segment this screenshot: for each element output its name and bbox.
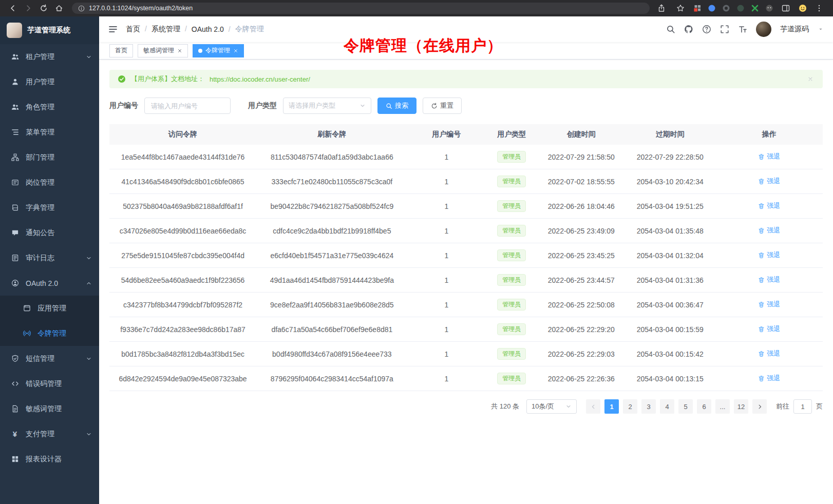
extension-icon-3[interactable] [722, 4, 730, 13]
close-icon[interactable] [233, 48, 238, 53]
extension-icon-6[interactable] [765, 4, 773, 13]
sidebar-toggle-icon[interactable] [779, 2, 792, 15]
browser-back-button[interactable] [6, 2, 20, 15]
force-logout-button[interactable]: 强退 [758, 300, 780, 309]
browser-profile-avatar[interactable] [798, 4, 807, 13]
sidebar-item-oauth2-app[interactable]: 应用管理 [0, 296, 99, 321]
browser-reload-button[interactable] [37, 2, 50, 15]
col-user-id: 用户编号 [408, 130, 485, 139]
sidebar-item-report-designer[interactable]: 报表设计器 [0, 447, 99, 472]
force-logout-button[interactable]: 强退 [758, 275, 780, 284]
announcement-icon [11, 229, 19, 237]
close-icon[interactable] [177, 48, 182, 53]
force-logout-button[interactable]: 强退 [758, 374, 780, 383]
sidebar-item-oauth2[interactable]: OAuth 2.0 [0, 270, 99, 296]
hamburger-icon[interactable] [99, 24, 126, 34]
tab-home[interactable]: 首页 [109, 44, 133, 57]
reset-button[interactable]: 重置 [423, 98, 462, 114]
refresh-token-cell: b0df4980ffd34c67a08f9156e4eee733 [256, 350, 407, 358]
audit-log-icon [11, 254, 19, 262]
sidebar-item-notice[interactable]: 通知公告 [0, 220, 99, 245]
sidebar-item-post[interactable]: 岗位管理 [0, 170, 99, 195]
page-button-4[interactable]: 4 [660, 399, 674, 414]
browser-menu-icon[interactable] [812, 2, 826, 15]
sidebar-item-payment[interactable]: 支付管理 [0, 421, 99, 447]
sidebar-item-tenant[interactable]: 租户管理 [0, 44, 99, 69]
page-size-select[interactable]: 10条/页 [526, 399, 577, 414]
tab-sensitive-words[interactable]: 敏感词管理 [138, 44, 188, 57]
share-icon[interactable] [655, 2, 668, 15]
sidebar-item-role[interactable]: 角色管理 [0, 94, 99, 120]
tab-token-management[interactable]: 令牌管理 [193, 44, 244, 57]
sidebar-item-sms[interactable]: 短信管理 [0, 346, 99, 371]
page-button-1[interactable]: 1 [604, 399, 619, 414]
sidebar-item-sensitive-words[interactable]: 敏感词管理 [0, 396, 99, 421]
user-id-input[interactable] [144, 98, 231, 114]
breadcrumb-system[interactable]: 系统管理 [152, 25, 192, 34]
url-bar[interactable]: 127.0.0.1:1024/system/oauth2/token [72, 3, 650, 14]
extension-icon-1[interactable] [693, 4, 702, 13]
delete-icon [758, 277, 765, 283]
expire-time-cell: 2054-03-04 01:31:36 [624, 276, 716, 284]
pagination-prev-button[interactable] [586, 399, 600, 414]
force-logout-button[interactable]: 强退 [758, 250, 780, 260]
sidebar-item-dict[interactable]: 字典管理 [0, 195, 99, 220]
force-logout-button[interactable]: 强退 [758, 226, 780, 235]
doc-link[interactable]: https://doc.iocoder.cn/user-center/ [210, 75, 310, 83]
sidebar-item-dept[interactable]: 部门管理 [0, 145, 99, 170]
page-button-5[interactable]: 5 [678, 399, 693, 414]
browser-home-button[interactable] [52, 2, 66, 15]
token-broadcast-icon [23, 329, 31, 338]
close-icon[interactable] [807, 76, 813, 82]
extension-icon-2[interactable] [707, 4, 716, 13]
help-icon[interactable] [702, 25, 711, 34]
user-avatar[interactable] [756, 22, 771, 37]
delete-icon [758, 351, 765, 357]
breadcrumb-home[interactable]: 首页 [126, 25, 152, 34]
extension-icon-5[interactable] [750, 4, 759, 13]
expire-time-cell: 2054-03-04 01:35:48 [624, 227, 716, 235]
create-time-cell: 2022-06-25 22:26:36 [538, 375, 624, 383]
goto-page-input[interactable] [793, 399, 812, 414]
page-unit-label: 页 [816, 402, 823, 411]
app-logo[interactable]: 芋道管理系统 [0, 16, 99, 44]
fullscreen-icon[interactable] [720, 25, 729, 34]
sidebar-item-error-code[interactable]: 错误码管理 [0, 371, 99, 396]
search-icon[interactable] [666, 25, 675, 34]
force-logout-button[interactable]: 强退 [758, 201, 780, 210]
user-name[interactable]: 芋道源码 [780, 25, 809, 34]
force-logout-label: 强退 [767, 374, 780, 383]
sidebar-item-menu[interactable]: 菜单管理 [0, 120, 99, 145]
table-body: 1ea5e44f8bc1467aaede43144f31de76 811c530… [109, 145, 823, 391]
page-ellipsis-button[interactable]: ... [715, 399, 730, 414]
refresh-token-cell: 811c530487574fa0af1a59d3abc1aa66 [256, 153, 407, 161]
force-logout-button[interactable]: 强退 [758, 349, 780, 358]
page-info-icon[interactable] [78, 5, 85, 12]
pagination-next-button[interactable] [752, 399, 767, 414]
access-token-cell: 41c41346a548490f9dc8b01c6bfe0865 [109, 178, 256, 186]
page-button-3[interactable]: 3 [641, 399, 656, 414]
chevron-left-icon [591, 404, 596, 410]
font-size-icon[interactable] [738, 25, 747, 34]
search-button[interactable]: 搜索 [377, 98, 416, 114]
navbar: 首页 系统管理 OAuth 2.0 令牌管理 芋道源码 [99, 16, 833, 42]
user-type-select[interactable]: 请选择用户类型 [283, 98, 371, 114]
github-icon[interactable] [684, 25, 693, 34]
bookmark-star-icon[interactable] [674, 2, 687, 15]
sidebar-item-oauth2-token[interactable]: 令牌管理 [0, 321, 99, 346]
force-logout-button[interactable]: 强退 [758, 177, 780, 186]
browser-forward-button[interactable] [22, 2, 35, 15]
force-logout-button[interactable]: 强退 [758, 152, 780, 161]
breadcrumb-oauth2[interactable]: OAuth 2.0 [192, 25, 235, 33]
page-button-6[interactable]: 6 [697, 399, 711, 414]
force-logout-label: 强退 [767, 201, 780, 210]
sidebar-item-audit-log[interactable]: 审计日志 [0, 245, 99, 270]
access-token-cell: 54d6be82ee5a460a9aedc1f9bf223656 [109, 276, 256, 284]
force-logout-button[interactable]: 强退 [758, 324, 780, 334]
page-button-2[interactable]: 2 [623, 399, 637, 414]
page-button-12[interactable]: 12 [734, 399, 748, 414]
sidebar-item-user[interactable]: 用户管理 [0, 69, 99, 94]
extension-icon-4[interactable] [736, 4, 745, 13]
user-type-placeholder: 请选择用户类型 [289, 101, 335, 110]
org-tree-icon [11, 153, 19, 162]
